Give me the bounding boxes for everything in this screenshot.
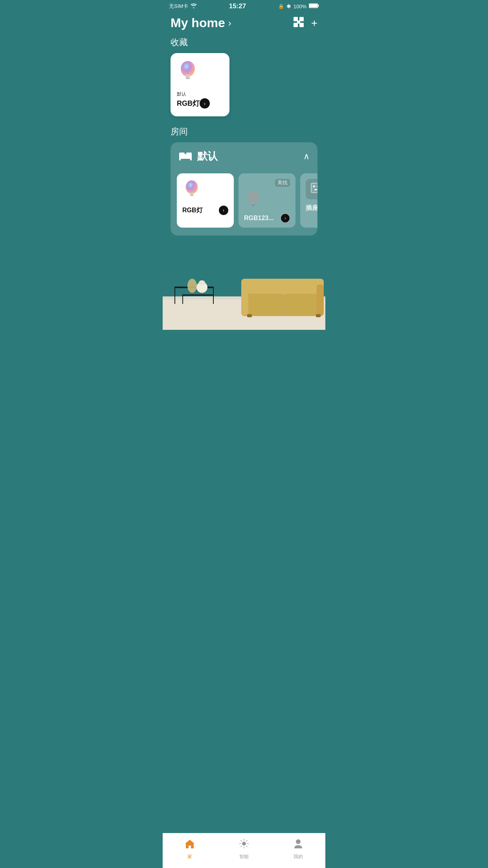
room-device-offline-name-row: RGB123... › — [244, 213, 290, 223]
header-title[interactable]: My home › — [171, 16, 231, 30]
offline-top: 离线 — [244, 179, 290, 187]
svg-rect-21 — [190, 195, 194, 196]
rooms-section: 默认 ∧ — [163, 142, 325, 235]
favorite-device-sublabel: 默认 — [177, 91, 210, 97]
favorites-section-label: 收藏 — [163, 37, 325, 53]
room-header[interactable]: 默认 ∧ — [171, 142, 317, 170]
svg-rect-5 — [294, 23, 298, 27]
svg-rect-17 — [190, 158, 192, 160]
svg-rect-35 — [174, 288, 175, 304]
room-name-text: 默认 — [197, 149, 218, 163]
rgb-bulb-icon — [177, 59, 199, 83]
room-devices-grid: RGB灯 › 离线 RGB123... › — [171, 170, 317, 235]
svg-rect-38 — [182, 296, 183, 304]
svg-rect-48 — [317, 285, 324, 315]
room-device-card-rgb[interactable]: RGB灯 › — [177, 173, 234, 228]
favorite-device-name-row: RGB灯 › — [177, 98, 210, 108]
svg-rect-4 — [299, 17, 304, 21]
room-device-card-offline[interactable]: 离线 RGB123... › — [238, 173, 295, 228]
svg-rect-45 — [245, 294, 283, 315]
wifi-icon — [191, 4, 197, 9]
app-header: My home › + — [163, 13, 325, 37]
svg-point-8 — [181, 61, 195, 77]
status-left: 无SIM卡 — [169, 3, 197, 10]
svg-rect-1 — [309, 4, 317, 7]
add-device-button[interactable]: + — [311, 17, 317, 29]
favorite-device-card[interactable]: 默认 RGB灯 › — [171, 53, 229, 116]
svg-rect-24 — [251, 204, 255, 205]
bluetooth-icon: ✱ — [286, 3, 291, 9]
room-device-rgb-name: RGB灯 — [182, 206, 203, 215]
room-panel-default: 默认 ∧ — [171, 142, 317, 235]
carrier-text: 无SIM卡 — [169, 3, 188, 10]
svg-rect-49 — [247, 314, 252, 317]
svg-rect-50 — [316, 314, 321, 317]
svg-rect-2 — [318, 5, 319, 7]
header-actions: + — [293, 17, 317, 30]
svg-rect-16 — [179, 158, 181, 160]
battery-text: 100% — [294, 4, 306, 9]
socket-icon-container — [306, 179, 317, 199]
status-bar: 无SIM卡 15:27 🔒 ✱ 100% — [163, 0, 325, 13]
svg-rect-27 — [311, 183, 317, 193]
room-device-offline-name: RGB123... — [244, 215, 274, 222]
room-device-socket-name-row: 插座 › — [306, 203, 317, 213]
room-device-rgb-name-row: RGB灯 › — [182, 206, 228, 215]
room-rgb-bulb-icon — [182, 179, 201, 199]
favorites-section: 默认 RGB灯 › — [163, 53, 325, 126]
svg-point-7 — [297, 20, 300, 24]
lock-icon: 🔒 — [278, 4, 284, 9]
room-illustration — [163, 235, 325, 330]
socket-icon — [309, 181, 317, 198]
svg-rect-6 — [299, 23, 304, 27]
svg-rect-44 — [241, 279, 324, 294]
room-bed-icon — [178, 149, 193, 163]
room-device-socket-name: 插座 — [306, 204, 317, 212]
room-header-left: 默认 — [178, 149, 218, 163]
favorite-device-arrow[interactable]: › — [200, 98, 210, 108]
svg-point-23 — [248, 191, 260, 204]
svg-rect-25 — [252, 205, 255, 206]
svg-point-42 — [199, 280, 205, 285]
svg-rect-9 — [185, 77, 190, 78]
svg-rect-47 — [241, 285, 248, 315]
svg-point-40 — [187, 279, 197, 293]
svg-rect-30 — [314, 189, 317, 190]
svg-point-28 — [313, 185, 315, 187]
status-time: 15:27 — [229, 2, 246, 10]
svg-rect-20 — [190, 194, 194, 195]
svg-point-19 — [186, 180, 198, 194]
room-device-offline-arrow[interactable]: › — [281, 213, 290, 223]
svg-rect-18 — [179, 154, 192, 156]
favorite-device-name: RGB灯 — [177, 99, 200, 108]
home-title-text: My home — [171, 16, 225, 30]
grid-view-icon[interactable] — [293, 17, 304, 30]
room-offline-bulb-icon — [244, 189, 263, 210]
rooms-section-label: 房间 — [163, 126, 325, 142]
svg-rect-10 — [186, 78, 190, 79]
status-right: 🔒 ✱ 100% — [278, 3, 319, 9]
svg-rect-37 — [182, 294, 214, 296]
home-chevron-icon: › — [228, 18, 231, 29]
room-device-card-socket[interactable]: 插座 › — [300, 173, 317, 228]
room-device-rgb-arrow[interactable]: › — [219, 206, 228, 215]
offline-badge: 离线 — [275, 179, 290, 187]
battery-icon — [309, 3, 319, 9]
room-collapse-icon[interactable]: ∧ — [303, 151, 310, 162]
svg-rect-39 — [213, 296, 214, 304]
svg-rect-3 — [294, 17, 298, 21]
